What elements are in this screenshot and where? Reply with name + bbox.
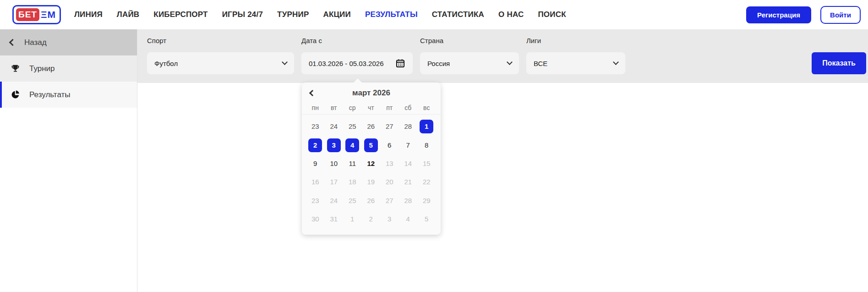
sidebar-item-label: Турнир	[29, 64, 55, 73]
register-button[interactable]: Регистрация	[746, 6, 811, 23]
top-header: БЕТ ΞМ ЛИНИЯЛАЙВКИБЕРСПОРТИГРЫ 24/7ТУРНИ…	[0, 0, 868, 29]
calendar-day: 24	[327, 194, 341, 208]
country-filter-group: Страна Россия	[420, 37, 519, 83]
calendar-day: 13	[382, 157, 396, 171]
nav-item-promotions[interactable]: АКЦИИ	[323, 10, 351, 19]
leagues-filter-group: Лиги ВСЕ	[526, 37, 625, 83]
weekday-label: чт	[362, 104, 381, 111]
calendar-day: 27	[382, 194, 396, 208]
show-results-button[interactable]: Показать	[812, 52, 866, 74]
nav-item-about[interactable]: О НАС	[498, 10, 524, 19]
calendar-day[interactable]: 23	[308, 120, 322, 133]
date-filter-group: Дата с 01.03.2026 - 05.03.2026	[301, 37, 413, 83]
calendar-day: 21	[401, 175, 415, 189]
auth-buttons: Регистрация Войти	[746, 6, 861, 24]
sidebar-item-tournament[interactable]: Турнир	[0, 55, 137, 82]
chevron-down-icon	[613, 59, 619, 65]
calendar-day[interactable]: 9	[308, 157, 322, 171]
weekday-label: вс	[417, 104, 436, 111]
sport-filter-group: Спорт Футбол	[147, 37, 294, 83]
country-value: Россия	[427, 60, 508, 67]
calendar-day: 25	[345, 194, 359, 208]
calendar-day: 2	[364, 212, 378, 226]
calendar-day: 5	[420, 212, 433, 226]
site-logo[interactable]: БЕТ ΞМ	[12, 5, 61, 24]
nav-item-games-247[interactable]: ИГРЫ 24/7	[222, 10, 263, 19]
sidebar-item-results[interactable]: Результаты	[0, 82, 137, 108]
nav-item-esports[interactable]: КИБЕРСПОРТ	[153, 10, 207, 19]
sidebar-back-label: Назад	[24, 38, 47, 47]
main-content: Спорт Футбол Дата с 01.03.2026 - 05.03.2…	[137, 29, 868, 292]
country-label: Страна	[420, 37, 519, 44]
chevron-left-icon	[9, 39, 16, 46]
calendar-day[interactable]: 6	[382, 138, 396, 152]
logo-bet-text: БЕТ	[16, 8, 39, 21]
nav-item-live[interactable]: ЛАЙВ	[117, 10, 140, 19]
date-label: Дата с	[301, 37, 413, 44]
calendar-day: 29	[420, 194, 433, 208]
calendar-day[interactable]: 25	[345, 120, 359, 133]
chevron-down-icon	[282, 59, 288, 65]
nav-item-statistics[interactable]: СТАТИСТИКА	[432, 10, 484, 19]
nav-item-results[interactable]: РЕЗУЛЬТАТЫ	[365, 10, 418, 19]
calendar-day[interactable]: 26	[364, 120, 378, 133]
sport-select[interactable]: Футбол	[147, 52, 294, 74]
leagues-select[interactable]: ВСЕ	[526, 52, 625, 74]
calendar-day[interactable]: 10	[327, 157, 341, 171]
calendar-day[interactable]: 27	[382, 120, 396, 133]
calendar-icon[interactable]	[395, 58, 405, 68]
chevron-down-icon	[507, 59, 513, 65]
weekday-label: вт	[325, 104, 344, 111]
main-nav: ЛИНИЯЛАЙВКИБЕРСПОРТИГРЫ 24/7ТУРНИРАКЦИИР…	[74, 10, 566, 19]
calendar-day: 31	[327, 212, 341, 226]
sidebar: Назад Турнир Результаты	[0, 29, 137, 292]
calendar-day[interactable]: 1	[420, 120, 433, 133]
calendar-day[interactable]: 8	[420, 138, 433, 152]
nav-item-search[interactable]: ПОИСК	[538, 10, 566, 19]
calendar-day-grid: 2324252627281234567891011121314151617181…	[302, 115, 441, 228]
calendar-day[interactable]: 4	[345, 138, 359, 152]
filter-bar: Спорт Футбол Дата с 01.03.2026 - 05.03.2…	[137, 29, 868, 83]
calendar-day: 23	[308, 194, 322, 208]
sport-value: Футбол	[154, 60, 283, 67]
nav-item-tournament[interactable]: ТУРНИР	[277, 10, 309, 19]
calendar-day: 28	[401, 194, 415, 208]
leagues-label: Лиги	[526, 37, 625, 44]
calendar-day: 20	[382, 175, 396, 189]
calendar-day: 1	[345, 212, 359, 226]
calendar-day: 17	[327, 175, 341, 189]
weekday-label: ср	[343, 104, 362, 111]
calendar-day: 19	[364, 175, 378, 189]
logo-em-text: ΞМ	[41, 9, 56, 20]
country-select[interactable]: Россия	[420, 52, 519, 74]
date-range-input[interactable]: 01.03.2026 - 05.03.2026	[301, 52, 413, 74]
calendar-day[interactable]: 3	[327, 138, 341, 152]
calendar-day[interactable]: 2	[308, 138, 322, 152]
sidebar-back-button[interactable]: Назад	[0, 29, 137, 55]
calendar-day[interactable]: 7	[401, 138, 415, 152]
calendar-header: март 2026	[302, 85, 441, 101]
calendar-day: 22	[420, 175, 433, 189]
weekday-label: пн	[306, 104, 325, 111]
nav-item-line[interactable]: ЛИНИЯ	[74, 10, 103, 19]
weekday-label: сб	[399, 104, 418, 111]
calendar-day[interactable]: 5	[364, 138, 378, 152]
sport-label: Спорт	[147, 37, 294, 44]
leagues-value: ВСЕ	[534, 60, 614, 67]
calendar-weekday-row: пнвтсрчтптсбвс	[302, 101, 441, 115]
calendar-month-title: март 2026	[302, 88, 441, 98]
date-picker-popup: март 2026 пнвтсрчтптсбвс 232425262728123…	[302, 83, 441, 235]
date-range-value: 01.03.2026 - 05.03.2026	[309, 60, 395, 67]
calendar-day[interactable]: 11	[345, 157, 359, 171]
calendar-day: 30	[308, 212, 322, 226]
calendar-day[interactable]: 24	[327, 120, 341, 133]
calendar-day[interactable]: 28	[401, 120, 415, 133]
login-button[interactable]: Войти	[820, 6, 861, 24]
trophy-icon	[10, 64, 20, 74]
pie-chart-icon	[10, 90, 20, 100]
weekday-label: пт	[380, 104, 399, 111]
calendar-day: 16	[308, 175, 322, 189]
calendar-day: 14	[401, 157, 415, 171]
calendar-day[interactable]: 12	[364, 157, 378, 171]
calendar-day: 18	[345, 175, 359, 189]
